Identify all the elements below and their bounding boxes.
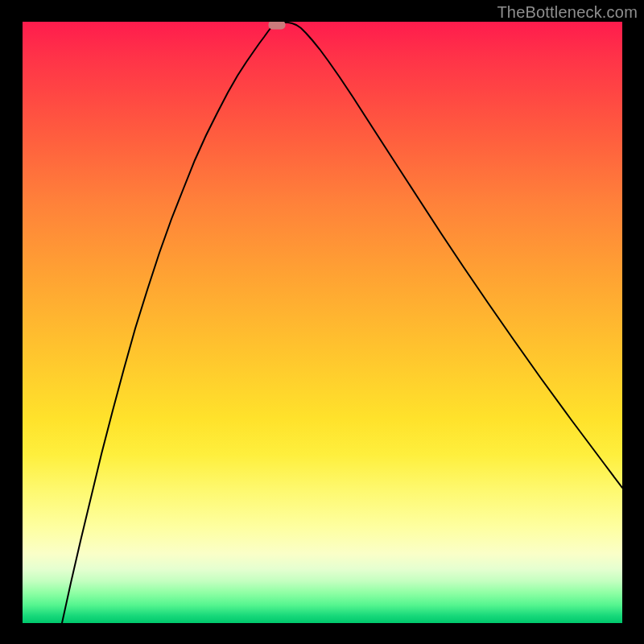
chart-frame: TheBottleneck.com [0, 0, 644, 644]
watermark-text: TheBottleneck.com [497, 3, 638, 22]
plot-area [23, 22, 622, 623]
bottleneck-curve [62, 23, 622, 623]
optimal-marker [269, 22, 286, 30]
curve-layer [23, 22, 622, 623]
